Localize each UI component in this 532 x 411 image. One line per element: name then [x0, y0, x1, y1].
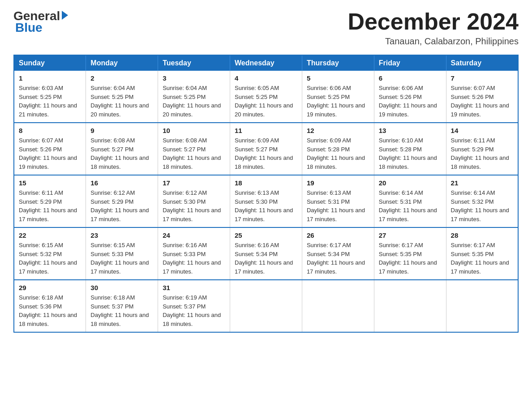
calendar-day-cell: 31 Sunrise: 6:19 AM Sunset: 5:37 PM Dayl…	[158, 280, 230, 332]
location-subtitle: Tanauan, Calabarzon, Philippines	[348, 36, 519, 47]
day-info: Sunrise: 6:06 AM Sunset: 5:26 PM Dayligh…	[379, 84, 442, 119]
calendar-day-cell: 19 Sunrise: 6:13 AM Sunset: 5:31 PM Dayl…	[302, 175, 374, 227]
calendar-day-cell: 26 Sunrise: 6:17 AM Sunset: 5:34 PM Dayl…	[302, 227, 374, 280]
day-number: 6	[379, 74, 442, 82]
weekday-header-thursday: Thursday	[302, 55, 374, 71]
calendar-day-cell: 13 Sunrise: 6:10 AM Sunset: 5:28 PM Dayl…	[374, 123, 446, 175]
calendar-week-row: 22 Sunrise: 6:15 AM Sunset: 5:32 PM Dayl…	[14, 227, 518, 280]
day-info: Sunrise: 6:14 AM Sunset: 5:32 PM Dayligh…	[451, 188, 513, 223]
day-info: Sunrise: 6:09 AM Sunset: 5:28 PM Dayligh…	[307, 136, 369, 171]
calendar-day-cell: 25 Sunrise: 6:16 AM Sunset: 5:34 PM Dayl…	[230, 227, 302, 280]
day-info: Sunrise: 6:18 AM Sunset: 5:37 PM Dayligh…	[90, 293, 153, 328]
calendar-day-cell	[230, 280, 302, 332]
day-info: Sunrise: 6:05 AM Sunset: 5:25 PM Dayligh…	[235, 84, 297, 119]
weekday-header-tuesday: Tuesday	[158, 55, 230, 71]
calendar-day-cell: 1 Sunrise: 6:03 AM Sunset: 5:25 PM Dayli…	[14, 71, 86, 123]
day-number: 28	[451, 231, 513, 239]
day-info: Sunrise: 6:12 AM Sunset: 5:30 PM Dayligh…	[163, 188, 225, 223]
day-info: Sunrise: 6:16 AM Sunset: 5:33 PM Dayligh…	[163, 241, 225, 276]
calendar-day-cell: 7 Sunrise: 6:07 AM Sunset: 5:26 PM Dayli…	[446, 71, 518, 123]
day-info: Sunrise: 6:17 AM Sunset: 5:34 PM Dayligh…	[307, 241, 369, 276]
day-number: 15	[19, 179, 81, 187]
day-info: Sunrise: 6:16 AM Sunset: 5:34 PM Dayligh…	[235, 241, 297, 276]
day-info: Sunrise: 6:07 AM Sunset: 5:26 PM Dayligh…	[19, 136, 81, 171]
calendar-day-cell: 15 Sunrise: 6:11 AM Sunset: 5:29 PM Dayl…	[14, 175, 86, 227]
day-info: Sunrise: 6:04 AM Sunset: 5:25 PM Dayligh…	[90, 84, 153, 119]
day-info: Sunrise: 6:17 AM Sunset: 5:35 PM Dayligh…	[379, 241, 442, 276]
day-info: Sunrise: 6:08 AM Sunset: 5:27 PM Dayligh…	[163, 136, 225, 171]
day-number: 13	[379, 127, 442, 134]
day-number: 16	[90, 179, 153, 187]
calendar-day-cell: 16 Sunrise: 6:12 AM Sunset: 5:29 PM Dayl…	[86, 175, 158, 227]
day-info: Sunrise: 6:13 AM Sunset: 5:31 PM Dayligh…	[307, 188, 369, 223]
day-info: Sunrise: 6:15 AM Sunset: 5:33 PM Dayligh…	[90, 241, 153, 276]
calendar-day-cell: 5 Sunrise: 6:06 AM Sunset: 5:25 PM Dayli…	[302, 71, 374, 123]
calendar-day-cell	[374, 280, 446, 332]
day-info: Sunrise: 6:06 AM Sunset: 5:25 PM Dayligh…	[307, 84, 369, 119]
day-number: 5	[307, 74, 369, 82]
day-info: Sunrise: 6:19 AM Sunset: 5:37 PM Dayligh…	[163, 293, 225, 328]
calendar-day-cell: 27 Sunrise: 6:17 AM Sunset: 5:35 PM Dayl…	[374, 227, 446, 280]
day-number: 20	[379, 179, 442, 187]
calendar-day-cell: 18 Sunrise: 6:13 AM Sunset: 5:30 PM Dayl…	[230, 175, 302, 227]
calendar-day-cell	[446, 280, 518, 332]
calendar-day-cell: 24 Sunrise: 6:16 AM Sunset: 5:33 PM Dayl…	[158, 227, 230, 280]
day-number: 17	[163, 179, 225, 187]
day-number: 18	[235, 179, 297, 187]
calendar-week-row: 1 Sunrise: 6:03 AM Sunset: 5:25 PM Dayli…	[14, 71, 518, 123]
calendar-day-cell: 28 Sunrise: 6:17 AM Sunset: 5:35 PM Dayl…	[446, 227, 518, 280]
day-number: 22	[19, 231, 81, 239]
day-info: Sunrise: 6:03 AM Sunset: 5:25 PM Dayligh…	[19, 84, 81, 119]
calendar-day-cell: 23 Sunrise: 6:15 AM Sunset: 5:33 PM Dayl…	[86, 227, 158, 280]
day-number: 7	[451, 74, 513, 82]
day-info: Sunrise: 6:07 AM Sunset: 5:26 PM Dayligh…	[451, 84, 513, 119]
weekday-header-sunday: Sunday	[14, 55, 86, 71]
day-number: 29	[19, 284, 81, 291]
calendar-week-row: 29 Sunrise: 6:18 AM Sunset: 5:36 PM Dayl…	[14, 280, 518, 332]
day-number: 26	[307, 231, 369, 239]
calendar-day-cell: 17 Sunrise: 6:12 AM Sunset: 5:30 PM Dayl…	[158, 175, 230, 227]
weekday-header-saturday: Saturday	[446, 55, 518, 71]
day-number: 24	[163, 231, 225, 239]
day-info: Sunrise: 6:09 AM Sunset: 5:27 PM Dayligh…	[235, 136, 297, 171]
day-info: Sunrise: 6:13 AM Sunset: 5:30 PM Dayligh…	[235, 188, 297, 223]
day-number: 12	[307, 127, 369, 134]
calendar-day-cell: 3 Sunrise: 6:04 AM Sunset: 5:25 PM Dayli…	[158, 71, 230, 123]
day-info: Sunrise: 6:12 AM Sunset: 5:29 PM Dayligh…	[90, 188, 153, 223]
day-info: Sunrise: 6:08 AM Sunset: 5:27 PM Dayligh…	[90, 136, 153, 171]
day-info: Sunrise: 6:04 AM Sunset: 5:25 PM Dayligh…	[163, 84, 225, 119]
calendar-week-row: 15 Sunrise: 6:11 AM Sunset: 5:29 PM Dayl…	[14, 175, 518, 227]
header: General Blue December 2024 Tanauan, Cala…	[13, 9, 519, 47]
calendar-day-cell: 9 Sunrise: 6:08 AM Sunset: 5:27 PM Dayli…	[86, 123, 158, 175]
calendar-day-cell: 21 Sunrise: 6:14 AM Sunset: 5:32 PM Dayl…	[446, 175, 518, 227]
day-number: 3	[163, 74, 225, 82]
calendar-day-cell: 30 Sunrise: 6:18 AM Sunset: 5:37 PM Dayl…	[86, 280, 158, 332]
day-info: Sunrise: 6:17 AM Sunset: 5:35 PM Dayligh…	[451, 241, 513, 276]
calendar-day-cell: 10 Sunrise: 6:08 AM Sunset: 5:27 PM Dayl…	[158, 123, 230, 175]
day-number: 31	[163, 284, 225, 291]
title-area: December 2024 Tanauan, Calabarzon, Phili…	[348, 9, 519, 47]
calendar-day-cell: 4 Sunrise: 6:05 AM Sunset: 5:25 PM Dayli…	[230, 71, 302, 123]
weekday-header-friday: Friday	[374, 55, 446, 71]
calendar-week-row: 8 Sunrise: 6:07 AM Sunset: 5:26 PM Dayli…	[14, 123, 518, 175]
day-number: 11	[235, 127, 297, 134]
day-info: Sunrise: 6:15 AM Sunset: 5:32 PM Dayligh…	[19, 241, 81, 276]
calendar-day-cell: 14 Sunrise: 6:11 AM Sunset: 5:29 PM Dayl…	[446, 123, 518, 175]
day-number: 14	[451, 127, 513, 134]
day-number: 4	[235, 74, 297, 82]
logo: General Blue	[13, 9, 68, 35]
calendar-day-cell: 11 Sunrise: 6:09 AM Sunset: 5:27 PM Dayl…	[230, 123, 302, 175]
day-info: Sunrise: 6:18 AM Sunset: 5:36 PM Dayligh…	[19, 293, 81, 328]
day-number: 8	[19, 127, 81, 134]
calendar-day-cell: 22 Sunrise: 6:15 AM Sunset: 5:32 PM Dayl…	[14, 227, 86, 280]
month-year-title: December 2024	[348, 9, 519, 34]
calendar-day-cell: 2 Sunrise: 6:04 AM Sunset: 5:25 PM Dayli…	[86, 71, 158, 123]
day-info: Sunrise: 6:14 AM Sunset: 5:31 PM Dayligh…	[379, 188, 442, 223]
calendar-day-cell: 29 Sunrise: 6:18 AM Sunset: 5:36 PM Dayl…	[14, 280, 86, 332]
day-number: 21	[451, 179, 513, 187]
day-number: 1	[19, 74, 81, 82]
weekday-header-monday: Monday	[86, 55, 158, 71]
day-number: 9	[90, 127, 153, 134]
day-number: 30	[90, 284, 153, 291]
calendar-day-cell: 12 Sunrise: 6:09 AM Sunset: 5:28 PM Dayl…	[302, 123, 374, 175]
